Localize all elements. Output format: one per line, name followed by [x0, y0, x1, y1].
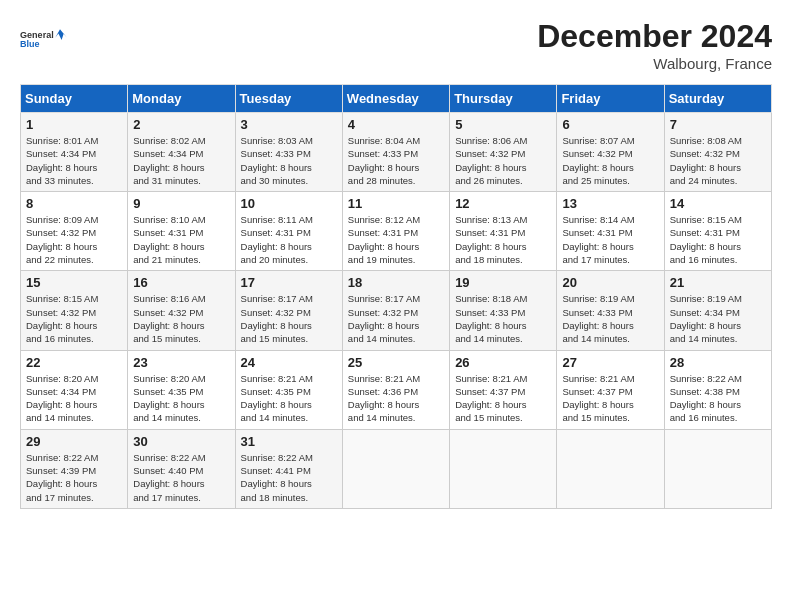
day-number: 1 [26, 117, 123, 132]
day-1: 1Sunrise: 8:01 AMSunset: 4:34 PMDaylight… [21, 113, 128, 192]
day-number: 15 [26, 275, 123, 290]
day-number: 5 [455, 117, 552, 132]
day-number: 20 [562, 275, 659, 290]
day-24: 24Sunrise: 8:21 AMSunset: 4:35 PMDayligh… [235, 350, 342, 429]
day-number: 13 [562, 196, 659, 211]
day-27: 27Sunrise: 8:21 AMSunset: 4:37 PMDayligh… [557, 350, 664, 429]
day-info: Sunrise: 8:22 AMSunset: 4:39 PMDaylight:… [26, 451, 123, 504]
day-number: 23 [133, 355, 230, 370]
day-info: Sunrise: 8:19 AMSunset: 4:33 PMDaylight:… [562, 292, 659, 345]
day-number: 2 [133, 117, 230, 132]
day-info: Sunrise: 8:11 AMSunset: 4:31 PMDaylight:… [241, 213, 338, 266]
day-11: 11Sunrise: 8:12 AMSunset: 4:31 PMDayligh… [342, 192, 449, 271]
location-title: Walbourg, France [537, 55, 772, 72]
day-22: 22Sunrise: 8:20 AMSunset: 4:34 PMDayligh… [21, 350, 128, 429]
col-saturday: Saturday [664, 85, 771, 113]
empty-cell [664, 429, 771, 508]
day-number: 22 [26, 355, 123, 370]
svg-text:Blue: Blue [20, 39, 40, 49]
day-number: 26 [455, 355, 552, 370]
day-20: 20Sunrise: 8:19 AMSunset: 4:33 PMDayligh… [557, 271, 664, 350]
day-info: Sunrise: 8:14 AMSunset: 4:31 PMDaylight:… [562, 213, 659, 266]
day-number: 21 [670, 275, 767, 290]
day-5: 5Sunrise: 8:06 AMSunset: 4:32 PMDaylight… [450, 113, 557, 192]
day-info: Sunrise: 8:20 AMSunset: 4:35 PMDaylight:… [133, 372, 230, 425]
day-number: 14 [670, 196, 767, 211]
day-info: Sunrise: 8:03 AMSunset: 4:33 PMDaylight:… [241, 134, 338, 187]
day-number: 27 [562, 355, 659, 370]
day-info: Sunrise: 8:21 AMSunset: 4:37 PMDaylight:… [455, 372, 552, 425]
col-monday: Monday [128, 85, 235, 113]
day-number: 8 [26, 196, 123, 211]
day-number: 9 [133, 196, 230, 211]
header-row: Sunday Monday Tuesday Wednesday Thursday… [21, 85, 772, 113]
day-info: Sunrise: 8:10 AMSunset: 4:31 PMDaylight:… [133, 213, 230, 266]
day-30: 30Sunrise: 8:22 AMSunset: 4:40 PMDayligh… [128, 429, 235, 508]
day-number: 6 [562, 117, 659, 132]
day-info: Sunrise: 8:21 AMSunset: 4:37 PMDaylight:… [562, 372, 659, 425]
day-info: Sunrise: 8:19 AMSunset: 4:34 PMDaylight:… [670, 292, 767, 345]
day-4: 4Sunrise: 8:04 AMSunset: 4:33 PMDaylight… [342, 113, 449, 192]
day-info: Sunrise: 8:08 AMSunset: 4:32 PMDaylight:… [670, 134, 767, 187]
day-10: 10Sunrise: 8:11 AMSunset: 4:31 PMDayligh… [235, 192, 342, 271]
day-21: 21Sunrise: 8:19 AMSunset: 4:34 PMDayligh… [664, 271, 771, 350]
day-info: Sunrise: 8:15 AMSunset: 4:32 PMDaylight:… [26, 292, 123, 345]
day-info: Sunrise: 8:16 AMSunset: 4:32 PMDaylight:… [133, 292, 230, 345]
day-info: Sunrise: 8:22 AMSunset: 4:38 PMDaylight:… [670, 372, 767, 425]
day-info: Sunrise: 8:17 AMSunset: 4:32 PMDaylight:… [348, 292, 445, 345]
col-sunday: Sunday [21, 85, 128, 113]
calendar-table: Sunday Monday Tuesday Wednesday Thursday… [20, 84, 772, 509]
page: General Blue December 2024 Walbourg, Fra… [0, 0, 792, 519]
day-16: 16Sunrise: 8:16 AMSunset: 4:32 PMDayligh… [128, 271, 235, 350]
day-info: Sunrise: 8:01 AMSunset: 4:34 PMDaylight:… [26, 134, 123, 187]
day-15: 15Sunrise: 8:15 AMSunset: 4:32 PMDayligh… [21, 271, 128, 350]
col-wednesday: Wednesday [342, 85, 449, 113]
day-info: Sunrise: 8:20 AMSunset: 4:34 PMDaylight:… [26, 372, 123, 425]
day-13: 13Sunrise: 8:14 AMSunset: 4:31 PMDayligh… [557, 192, 664, 271]
day-17: 17Sunrise: 8:17 AMSunset: 4:32 PMDayligh… [235, 271, 342, 350]
day-31: 31Sunrise: 8:22 AMSunset: 4:41 PMDayligh… [235, 429, 342, 508]
day-info: Sunrise: 8:15 AMSunset: 4:31 PMDaylight:… [670, 213, 767, 266]
day-26: 26Sunrise: 8:21 AMSunset: 4:37 PMDayligh… [450, 350, 557, 429]
day-23: 23Sunrise: 8:20 AMSunset: 4:35 PMDayligh… [128, 350, 235, 429]
day-number: 30 [133, 434, 230, 449]
day-7: 7Sunrise: 8:08 AMSunset: 4:32 PMDaylight… [664, 113, 771, 192]
logo-svg: General Blue [20, 18, 68, 62]
day-info: Sunrise: 8:09 AMSunset: 4:32 PMDaylight:… [26, 213, 123, 266]
day-8: 8Sunrise: 8:09 AMSunset: 4:32 PMDaylight… [21, 192, 128, 271]
empty-cell [342, 429, 449, 508]
day-number: 17 [241, 275, 338, 290]
day-number: 12 [455, 196, 552, 211]
day-info: Sunrise: 8:02 AMSunset: 4:34 PMDaylight:… [133, 134, 230, 187]
logo: General Blue [20, 18, 68, 62]
day-info: Sunrise: 8:21 AMSunset: 4:36 PMDaylight:… [348, 372, 445, 425]
day-number: 11 [348, 196, 445, 211]
day-info: Sunrise: 8:21 AMSunset: 4:35 PMDaylight:… [241, 372, 338, 425]
day-29: 29Sunrise: 8:22 AMSunset: 4:39 PMDayligh… [21, 429, 128, 508]
day-number: 24 [241, 355, 338, 370]
col-thursday: Thursday [450, 85, 557, 113]
day-3: 3Sunrise: 8:03 AMSunset: 4:33 PMDaylight… [235, 113, 342, 192]
day-info: Sunrise: 8:13 AMSunset: 4:31 PMDaylight:… [455, 213, 552, 266]
day-number: 3 [241, 117, 338, 132]
day-18: 18Sunrise: 8:17 AMSunset: 4:32 PMDayligh… [342, 271, 449, 350]
day-info: Sunrise: 8:07 AMSunset: 4:32 PMDaylight:… [562, 134, 659, 187]
day-info: Sunrise: 8:06 AMSunset: 4:32 PMDaylight:… [455, 134, 552, 187]
day-number: 28 [670, 355, 767, 370]
day-number: 7 [670, 117, 767, 132]
day-number: 31 [241, 434, 338, 449]
day-number: 25 [348, 355, 445, 370]
day-info: Sunrise: 8:12 AMSunset: 4:31 PMDaylight:… [348, 213, 445, 266]
day-info: Sunrise: 8:22 AMSunset: 4:40 PMDaylight:… [133, 451, 230, 504]
day-14: 14Sunrise: 8:15 AMSunset: 4:31 PMDayligh… [664, 192, 771, 271]
day-2: 2Sunrise: 8:02 AMSunset: 4:34 PMDaylight… [128, 113, 235, 192]
day-number: 16 [133, 275, 230, 290]
day-info: Sunrise: 8:22 AMSunset: 4:41 PMDaylight:… [241, 451, 338, 504]
empty-cell [450, 429, 557, 508]
day-25: 25Sunrise: 8:21 AMSunset: 4:36 PMDayligh… [342, 350, 449, 429]
day-19: 19Sunrise: 8:18 AMSunset: 4:33 PMDayligh… [450, 271, 557, 350]
day-9: 9Sunrise: 8:10 AMSunset: 4:31 PMDaylight… [128, 192, 235, 271]
day-6: 6Sunrise: 8:07 AMSunset: 4:32 PMDaylight… [557, 113, 664, 192]
day-number: 19 [455, 275, 552, 290]
empty-cell [557, 429, 664, 508]
